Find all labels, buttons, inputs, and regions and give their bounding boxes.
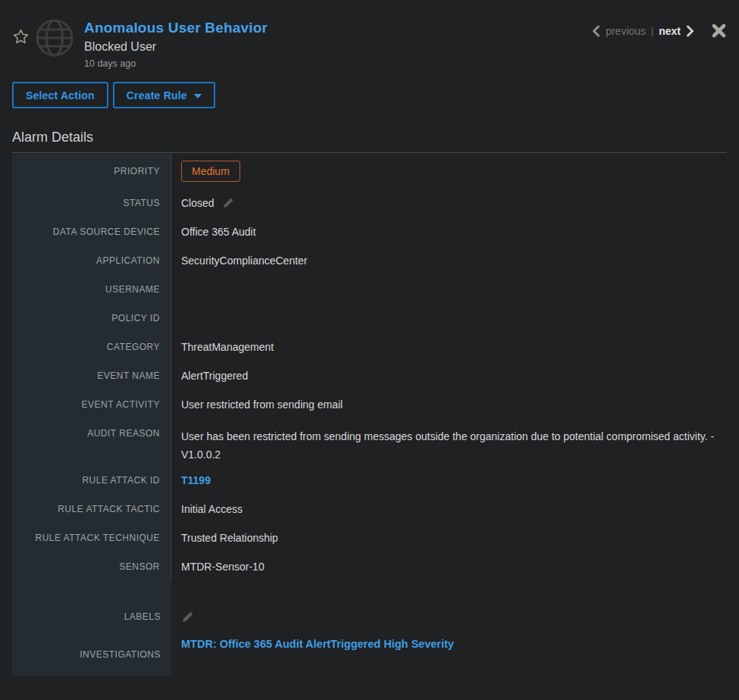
- alarm-detail-panel: Anomalous User Behavior Blocked User 10 …: [0, 0, 739, 700]
- action-bar: Select Action Create Rule: [0, 82, 739, 108]
- sensor-label: SENSOR: [12, 552, 171, 581]
- section-title: Alarm Details: [12, 130, 727, 145]
- application-value: SecurityComplianceCenter: [171, 246, 727, 275]
- nav-separator: |: [651, 26, 653, 36]
- alarm-title: Anomalous User Behavior: [84, 20, 268, 36]
- header-left: Anomalous User Behavior Blocked User 10 …: [12, 17, 268, 69]
- priority-badge: Medium: [181, 161, 240, 182]
- create-rule-label: Create Rule: [127, 89, 187, 102]
- rule-attack-technique-value: Trusted Relationship: [171, 523, 727, 552]
- data-source-device-label: DATA SOURCE DEVICE: [12, 217, 171, 246]
- chevron-left-icon[interactable]: [592, 25, 600, 37]
- event-activity-value: User restricted from sending email: [171, 390, 727, 419]
- category-value: ThreatManagement: [171, 333, 727, 361]
- chevron-right-icon[interactable]: [686, 25, 694, 37]
- rule-attack-tactic-value: Initial Access: [171, 495, 727, 523]
- header: Anomalous User Behavior Blocked User 10 …: [0, 0, 739, 69]
- select-action-button[interactable]: Select Action: [12, 82, 108, 108]
- event-name-label: EVENT NAME: [12, 361, 171, 390]
- caret-down-icon: [194, 94, 202, 98]
- rule-attack-id-link[interactable]: T1199: [181, 474, 211, 486]
- labels-label: LABELS: [12, 601, 171, 633]
- alarm-details-table: PRIORITY Medium STATUS Closed DATA SOURC…: [12, 154, 727, 677]
- priority-value: Medium: [171, 154, 727, 189]
- sensor-value: MTDR-Sensor-10: [171, 552, 727, 581]
- category-label: CATEGORY: [12, 333, 171, 361]
- status-label: STATUS: [12, 189, 171, 217]
- close-icon[interactable]: [711, 23, 727, 39]
- section-divider: [12, 152, 727, 153]
- next-link[interactable]: next: [659, 25, 681, 37]
- investigations-value: MTDR: Office 365 Audit AlertTriggered Hi…: [171, 633, 727, 677]
- application-label: APPLICATION: [12, 246, 171, 275]
- section-gap-space: [171, 581, 727, 601]
- data-source-device-value: Office 365 Audit: [171, 217, 727, 246]
- row-sensor: SENSOR MTDR-Sensor-10: [12, 552, 727, 581]
- title-block: Anomalous User Behavior Blocked User 10 …: [84, 20, 268, 69]
- row-event-activity: EVENT ACTIVITY User restricted from send…: [12, 390, 727, 419]
- investigations-label: INVESTIGATIONS: [12, 633, 171, 677]
- row-rule-attack-tactic: RULE ATTACK TACTIC Initial Access: [12, 495, 727, 523]
- username-label: USERNAME: [12, 275, 171, 304]
- alarm-subtitle: Blocked User: [84, 40, 268, 54]
- row-policy-id: POLICY ID: [12, 304, 727, 333]
- section-gap-rail: [12, 581, 171, 601]
- rule-attack-id-label: RULE ATTACK ID: [12, 466, 171, 495]
- row-labels: LABELS: [12, 601, 727, 633]
- row-data-source-device: DATA SOURCE DEVICE Office 365 Audit: [12, 217, 727, 246]
- audit-reason-value: User has been restricted from sending me…: [171, 419, 717, 466]
- row-investigations: INVESTIGATIONS MTDR: Office 365 Audit Al…: [12, 633, 727, 677]
- row-rule-attack-technique: RULE ATTACK TECHNIQUE Trusted Relationsh…: [12, 523, 727, 552]
- pencil-icon[interactable]: [222, 197, 234, 209]
- row-status: STATUS Closed: [12, 189, 727, 217]
- row-event-name: EVENT NAME AlertTriggered: [12, 361, 727, 390]
- priority-label: PRIORITY: [12, 154, 171, 189]
- audit-reason-label: AUDIT REASON: [12, 419, 171, 466]
- status-value: Closed: [171, 189, 727, 217]
- create-rule-button[interactable]: Create Rule: [113, 82, 215, 108]
- pencil-icon[interactable]: [181, 611, 194, 623]
- star-icon[interactable]: [12, 28, 30, 48]
- event-name-value: AlertTriggered: [171, 361, 727, 390]
- select-action-label: Select Action: [26, 89, 95, 102]
- event-activity-label: EVENT ACTIVITY: [12, 390, 171, 419]
- investigation-link[interactable]: MTDR: Office 365 Audit AlertTriggered Hi…: [181, 638, 454, 650]
- header-nav: previous | next: [592, 23, 727, 39]
- rule-attack-tactic-label: RULE ATTACK TACTIC: [12, 495, 171, 523]
- globe-icon: [35, 18, 74, 61]
- row-audit-reason: AUDIT REASON User has been restricted fr…: [12, 419, 727, 466]
- policy-id-label: POLICY ID: [12, 304, 171, 333]
- alarm-time-ago: 10 days ago: [84, 58, 268, 69]
- policy-id-value: [171, 304, 727, 333]
- row-application: APPLICATION SecurityComplianceCenter: [12, 246, 727, 275]
- section-gap: [12, 581, 727, 601]
- row-username: USERNAME: [12, 275, 727, 304]
- username-value: [171, 275, 727, 304]
- previous-link[interactable]: previous: [606, 25, 646, 37]
- status-text: Closed: [181, 197, 214, 209]
- row-category: CATEGORY ThreatManagement: [12, 333, 727, 361]
- row-priority: PRIORITY Medium: [12, 154, 727, 189]
- row-rule-attack-id: RULE ATTACK ID T1199: [12, 466, 727, 495]
- labels-value: [171, 601, 727, 633]
- rule-attack-technique-label: RULE ATTACK TECHNIQUE: [12, 523, 171, 552]
- rule-attack-id-value: T1199: [171, 466, 727, 495]
